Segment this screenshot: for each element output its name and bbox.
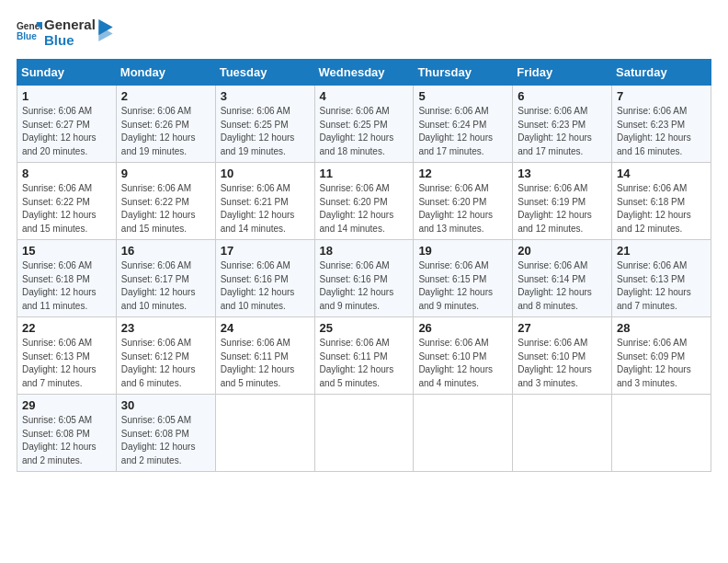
calendar-cell: 8Sunrise: 6:06 AM Sunset: 6:22 PM Daylig…: [17, 163, 117, 240]
calendar-cell: 12Sunrise: 6:06 AM Sunset: 6:20 PM Dayli…: [414, 163, 513, 240]
day-number: 30: [121, 398, 210, 412]
day-number: 29: [22, 398, 111, 412]
day-number: 16: [121, 244, 210, 258]
header-cell-tuesday: Tuesday: [215, 60, 314, 86]
logo-general: General: [44, 17, 96, 32]
calendar-cell: 15Sunrise: 6:06 AM Sunset: 6:18 PM Dayli…: [17, 240, 117, 317]
calendar-cell: 14Sunrise: 6:06 AM Sunset: 6:18 PM Dayli…: [612, 163, 711, 240]
calendar-cell: 23Sunrise: 6:06 AM Sunset: 6:12 PM Dayli…: [116, 317, 215, 395]
day-number: 14: [617, 167, 706, 180]
logo: General Blue General Blue: [17, 17, 114, 48]
calendar-cell: 20Sunrise: 6:06 AM Sunset: 6:14 PM Dayli…: [513, 240, 612, 317]
header: General Blue General Blue: [17, 17, 711, 48]
calendar-week-row: 15Sunrise: 6:06 AM Sunset: 6:18 PM Dayli…: [17, 240, 711, 317]
day-info: Sunrise: 6:06 AM Sunset: 6:14 PM Dayligh…: [518, 259, 607, 313]
day-info: Sunrise: 6:06 AM Sunset: 6:16 PM Dayligh…: [320, 259, 409, 313]
calendar-cell: 17Sunrise: 6:06 AM Sunset: 6:16 PM Dayli…: [215, 240, 314, 317]
day-info: Sunrise: 6:05 AM Sunset: 6:08 PM Dayligh…: [121, 414, 210, 467]
day-info: Sunrise: 6:06 AM Sunset: 6:22 PM Dayligh…: [22, 182, 111, 236]
day-number: 27: [518, 321, 607, 335]
day-number: 3: [221, 89, 310, 103]
header-cell-wednesday: Wednesday: [314, 60, 414, 86]
day-info: Sunrise: 6:06 AM Sunset: 6:10 PM Dayligh…: [518, 337, 607, 390]
day-info: Sunrise: 6:06 AM Sunset: 6:26 PM Dayligh…: [121, 105, 210, 158]
calendar-cell: 2Sunrise: 6:06 AM Sunset: 6:26 PM Daylig…: [116, 86, 215, 163]
calendar-cell: 18Sunrise: 6:06 AM Sunset: 6:16 PM Dayli…: [314, 240, 414, 317]
day-info: Sunrise: 6:06 AM Sunset: 6:18 PM Dayligh…: [617, 182, 706, 236]
day-info: Sunrise: 6:06 AM Sunset: 6:22 PM Dayligh…: [121, 182, 210, 236]
calendar-cell: 5Sunrise: 6:06 AM Sunset: 6:24 PM Daylig…: [414, 86, 513, 163]
day-info: Sunrise: 6:06 AM Sunset: 6:18 PM Dayligh…: [22, 259, 111, 313]
day-info: Sunrise: 6:06 AM Sunset: 6:19 PM Dayligh…: [518, 182, 607, 236]
calendar-cell: 30Sunrise: 6:05 AM Sunset: 6:08 PM Dayli…: [116, 395, 215, 472]
calendar-cell: 6Sunrise: 6:06 AM Sunset: 6:23 PM Daylig…: [513, 86, 612, 163]
day-info: Sunrise: 6:06 AM Sunset: 6:21 PM Dayligh…: [221, 182, 310, 236]
calendar-week-row: 22Sunrise: 6:06 AM Sunset: 6:13 PM Dayli…: [17, 317, 711, 395]
calendar-cell: 27Sunrise: 6:06 AM Sunset: 6:10 PM Dayli…: [513, 317, 612, 395]
day-info: Sunrise: 6:06 AM Sunset: 6:20 PM Dayligh…: [418, 182, 507, 236]
calendar-cell: [513, 395, 612, 472]
calendar-cell: 22Sunrise: 6:06 AM Sunset: 6:13 PM Dayli…: [17, 317, 117, 395]
calendar-cell: [215, 395, 314, 472]
calendar-cell: 10Sunrise: 6:06 AM Sunset: 6:21 PM Dayli…: [215, 163, 314, 240]
day-info: Sunrise: 6:06 AM Sunset: 6:12 PM Dayligh…: [121, 337, 210, 390]
day-number: 6: [518, 89, 607, 103]
calendar-cell: [314, 395, 414, 472]
day-number: 12: [418, 167, 507, 180]
header-cell-friday: Friday: [513, 60, 612, 86]
day-number: 25: [320, 321, 409, 335]
day-number: 2: [121, 89, 210, 103]
day-number: 10: [221, 167, 310, 180]
calendar-week-row: 29Sunrise: 6:05 AM Sunset: 6:08 PM Dayli…: [17, 395, 711, 472]
day-number: 15: [22, 244, 111, 258]
day-number: 24: [221, 321, 310, 335]
day-number: 22: [22, 321, 111, 335]
day-number: 18: [320, 244, 409, 258]
calendar-cell: 25Sunrise: 6:06 AM Sunset: 6:11 PM Dayli…: [314, 317, 414, 395]
day-number: 19: [418, 244, 507, 258]
day-info: Sunrise: 6:06 AM Sunset: 6:11 PM Dayligh…: [221, 337, 310, 390]
day-info: Sunrise: 6:06 AM Sunset: 6:27 PM Dayligh…: [22, 105, 111, 158]
day-number: 11: [320, 167, 409, 180]
calendar-body: 1Sunrise: 6:06 AM Sunset: 6:27 PM Daylig…: [17, 86, 711, 472]
calendar-week-row: 1Sunrise: 6:06 AM Sunset: 6:27 PM Daylig…: [17, 86, 711, 163]
day-info: Sunrise: 6:06 AM Sunset: 6:24 PM Dayligh…: [418, 105, 507, 158]
day-info: Sunrise: 6:06 AM Sunset: 6:25 PM Dayligh…: [221, 105, 310, 158]
day-number: 28: [617, 321, 706, 335]
calendar-cell: 3Sunrise: 6:06 AM Sunset: 6:25 PM Daylig…: [215, 86, 314, 163]
day-info: Sunrise: 6:06 AM Sunset: 6:15 PM Dayligh…: [418, 259, 507, 313]
page: General Blue General Blue SundayMondayTu…: [0, 0, 728, 481]
day-number: 23: [121, 321, 210, 335]
calendar-cell: 11Sunrise: 6:06 AM Sunset: 6:20 PM Dayli…: [314, 163, 414, 240]
calendar-cell: 21Sunrise: 6:06 AM Sunset: 6:13 PM Dayli…: [612, 240, 711, 317]
calendar-cell: 1Sunrise: 6:06 AM Sunset: 6:27 PM Daylig…: [17, 86, 117, 163]
day-number: 9: [121, 167, 210, 180]
day-number: 13: [518, 167, 607, 180]
calendar-week-row: 8Sunrise: 6:06 AM Sunset: 6:22 PM Daylig…: [17, 163, 711, 240]
calendar-cell: 29Sunrise: 6:05 AM Sunset: 6:08 PM Dayli…: [17, 395, 117, 472]
calendar-cell: 19Sunrise: 6:06 AM Sunset: 6:15 PM Dayli…: [414, 240, 513, 317]
logo-blue: Blue: [44, 32, 96, 48]
calendar-cell: 4Sunrise: 6:06 AM Sunset: 6:25 PM Daylig…: [314, 86, 414, 163]
day-info: Sunrise: 6:06 AM Sunset: 6:17 PM Dayligh…: [121, 259, 210, 313]
calendar-cell: [414, 395, 513, 472]
day-number: 8: [22, 167, 111, 180]
calendar-table: SundayMondayTuesdayWednesdayThursdayFrid…: [17, 59, 711, 472]
day-info: Sunrise: 6:06 AM Sunset: 6:23 PM Dayligh…: [617, 105, 706, 158]
day-number: 21: [617, 244, 706, 258]
header-cell-monday: Monday: [116, 60, 215, 86]
day-number: 20: [518, 244, 607, 258]
header-cell-thursday: Thursday: [414, 60, 513, 86]
day-info: Sunrise: 6:05 AM Sunset: 6:08 PM Dayligh…: [22, 414, 111, 467]
calendar-cell: 28Sunrise: 6:06 AM Sunset: 6:09 PM Dayli…: [612, 317, 711, 395]
day-info: Sunrise: 6:06 AM Sunset: 6:20 PM Dayligh…: [320, 182, 409, 236]
calendar-cell: 26Sunrise: 6:06 AM Sunset: 6:10 PM Dayli…: [414, 317, 513, 395]
calendar-cell: 16Sunrise: 6:06 AM Sunset: 6:17 PM Dayli…: [116, 240, 215, 317]
day-info: Sunrise: 6:06 AM Sunset: 6:10 PM Dayligh…: [418, 337, 507, 390]
day-info: Sunrise: 6:06 AM Sunset: 6:11 PM Dayligh…: [320, 337, 409, 390]
day-number: 1: [22, 89, 111, 103]
day-info: Sunrise: 6:06 AM Sunset: 6:25 PM Dayligh…: [320, 105, 409, 158]
day-number: 26: [418, 321, 507, 335]
day-number: 5: [418, 89, 507, 103]
logo-icon: General Blue: [17, 19, 42, 45]
